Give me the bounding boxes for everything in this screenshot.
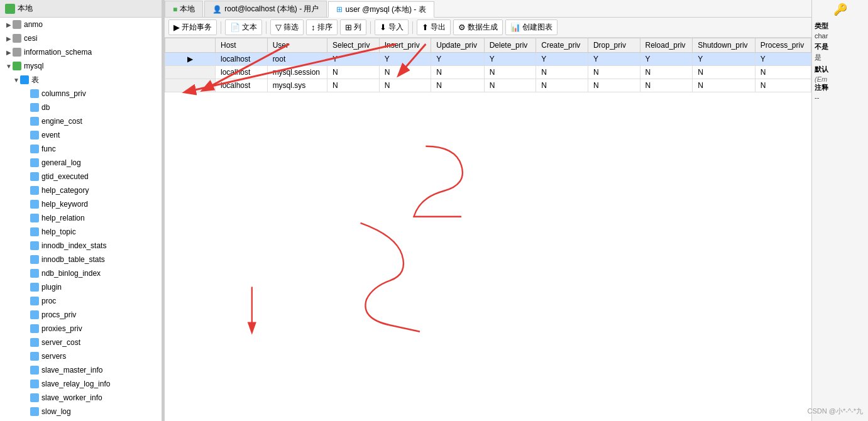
cell-Shutdown_priv-2[interactable]: N (693, 79, 755, 92)
cell-Drop_priv-2[interactable]: N (588, 79, 640, 92)
tree-arrow-general_log[interactable] (23, 159, 30, 167)
sidebar-item-slow_log[interactable]: slow_log (0, 405, 162, 418)
sidebar-item-proxies_priv[interactable]: proxies_priv (0, 322, 162, 336)
table-row[interactable]: ▶localhostrootYYYYYYYYY (165, 53, 811, 66)
toolbar-btn-generate_data[interactable]: ⚙数据生成 (453, 19, 503, 35)
col-Reload_priv[interactable]: Reload_priv (640, 38, 693, 53)
cell-Delete_priv-1[interactable]: N (484, 66, 536, 79)
tree-arrow-innodb_index_stats[interactable] (23, 242, 30, 249)
sidebar-item-innodb_index_stats[interactable]: innodb_index_stats (0, 239, 162, 253)
cell-Reload_priv-1[interactable]: N (640, 66, 693, 79)
toolbar-btn-export[interactable]: ⬆导出 (417, 19, 451, 35)
col-Drop_priv[interactable]: Drop_priv (588, 38, 640, 53)
sidebar-item-columns_priv[interactable]: columns_priv (0, 87, 162, 101)
sidebar-item-plugin[interactable]: plugin (0, 280, 162, 294)
toolbar-btn-filter[interactable]: ▽筛选 (270, 19, 304, 35)
cell-Process_priv-0[interactable]: Y (755, 53, 811, 66)
cell-Select_priv-2[interactable]: N (327, 79, 380, 92)
sidebar-item-slave_master_info[interactable]: slave_master_info (0, 363, 162, 377)
tree-arrow-help_keyword[interactable] (23, 200, 30, 208)
cell-Select_priv-1[interactable]: N (327, 66, 380, 79)
tree-arrow-event[interactable] (23, 131, 30, 139)
sidebar-item-ndb_binlog_index[interactable]: ndb_binlog_index (0, 266, 162, 280)
tree-arrow-ndb_binlog_index[interactable] (23, 270, 30, 277)
cell-User-1[interactable]: mysql.session (267, 66, 327, 79)
cell-User-2[interactable]: mysql.sys (267, 79, 327, 92)
sidebar-item-procs_priv[interactable]: procs_priv (0, 308, 162, 322)
sidebar-item-mysql[interactable]: ▼mysql (0, 59, 162, 73)
tree-arrow-innodb_table_stats[interactable] (23, 256, 30, 263)
tree-arrow-columns_priv[interactable] (23, 90, 30, 97)
toolbar-btn-columns[interactable]: ⊞列 (340, 19, 366, 35)
sidebar-item-innodb_table_stats[interactable]: innodb_table_stats (0, 253, 162, 266)
cell-Shutdown_priv-1[interactable]: N (693, 66, 755, 79)
sidebar-item-proc[interactable]: proc (0, 294, 162, 308)
cell-Reload_priv-0[interactable]: Y (640, 53, 693, 66)
tree-arrow-func[interactable] (23, 145, 30, 153)
tree-arrow-procs_priv[interactable] (23, 311, 30, 319)
tree-arrow-cesi[interactable]: ▶ (5, 35, 13, 42)
cell-Drop_priv-1[interactable]: N (588, 66, 640, 79)
sidebar-item-engine_cost[interactable]: engine_cost (0, 114, 162, 128)
tree-arrow-slave_relay_log_info[interactable] (23, 380, 30, 388)
cell-Delete_priv-2[interactable]: N (484, 79, 536, 92)
sidebar-item-help_category[interactable]: help_category (0, 183, 162, 197)
tab-table[interactable]: ⊞user @mysql (本地) - 表 (328, 1, 434, 18)
sidebar-item-general_log[interactable]: general_log (0, 156, 162, 170)
toolbar-btn-import[interactable]: ⬇导入 (375, 19, 409, 35)
sidebar-item-mysql_tables[interactable]: ▼表 (0, 73, 162, 87)
tree-arrow-gtid_executed[interactable] (23, 173, 30, 180)
cell-Insert_priv-0[interactable]: Y (379, 53, 431, 66)
tree-arrow-proc[interactable] (23, 297, 30, 305)
sidebar-item-func[interactable]: func (0, 142, 162, 156)
cell-Reload_priv-2[interactable]: N (640, 79, 693, 92)
cell-Update_priv-1[interactable]: N (431, 66, 484, 79)
tree-arrow-mysql_tables[interactable]: ▼ (13, 76, 20, 84)
sidebar-item-help_relation[interactable]: help_relation (0, 211, 162, 225)
col-User[interactable]: User (267, 38, 327, 53)
tab-local[interactable]: ■本地 (165, 1, 203, 17)
tree-arrow-information_schema[interactable]: ▶ (5, 48, 13, 56)
tree-arrow-proxies_priv[interactable] (23, 325, 30, 332)
cell-Create_priv-0[interactable]: Y (536, 53, 588, 66)
sidebar-item-slave_worker_info[interactable]: slave_worker_info (0, 391, 162, 405)
cell-Update_priv-0[interactable]: Y (431, 53, 484, 66)
sidebar-item-db[interactable]: db (0, 101, 162, 114)
tree-arrow-plugin[interactable] (23, 283, 30, 291)
sidebar-item-information_schema[interactable]: ▶information_schema (0, 45, 162, 59)
cell-Insert_priv-1[interactable]: N (379, 66, 431, 79)
toolbar-btn-text[interactable]: 📄文本 (225, 19, 262, 35)
tree-arrow-help_relation[interactable] (23, 214, 30, 222)
tab-user[interactable]: 👤root@localhost (本地) - 用户 (204, 1, 327, 17)
cell-Process_priv-1[interactable]: N (755, 66, 811, 79)
cell-Delete_priv-0[interactable]: Y (484, 53, 536, 66)
cell-Insert_priv-2[interactable]: N (379, 79, 431, 92)
cell-Create_priv-1[interactable]: N (536, 66, 588, 79)
cell-Host-2[interactable]: localhost (216, 79, 268, 92)
tree-arrow-servers[interactable] (23, 353, 30, 360)
col-Shutdown_priv[interactable]: Shutdown_priv (693, 38, 755, 53)
data-area[interactable]: HostUserSelect_privInsert_privUpdate_pri… (165, 38, 811, 421)
col-Create_priv[interactable]: Create_priv (536, 38, 588, 53)
toolbar-btn-create_chart[interactable]: 📊创建图表 (505, 19, 558, 35)
col-Select_priv[interactable]: Select_priv (327, 38, 380, 53)
cell-Process_priv-2[interactable]: N (755, 79, 811, 92)
tree-arrow-anmo[interactable]: ▶ (5, 21, 13, 28)
cell-Host-0[interactable]: localhost (216, 53, 268, 66)
sidebar-item-event[interactable]: event (0, 128, 162, 142)
sidebar-item-server_cost[interactable]: server_cost (0, 336, 162, 349)
cell-Drop_priv-0[interactable]: Y (588, 53, 640, 66)
sidebar-item-tables_priv[interactable]: tables_priv (0, 418, 162, 421)
col-Insert_priv[interactable]: Insert_priv (379, 38, 431, 53)
cell-Host-1[interactable]: localhost (216, 66, 268, 79)
cell-Shutdown_priv-0[interactable]: Y (693, 53, 755, 66)
tree-arrow-slave_worker_info[interactable] (23, 394, 30, 402)
tree-arrow-slow_log[interactable] (23, 408, 30, 415)
sidebar-item-help_topic[interactable]: help_topic (0, 225, 162, 239)
col-Host[interactable]: Host (216, 38, 268, 53)
sidebar-tree[interactable]: ▶anmo▶cesi▶information_schema▼mysql▼表col… (0, 18, 162, 421)
sidebar-item-gtid_executed[interactable]: gtid_executed (0, 170, 162, 183)
toolbar-btn-sort[interactable]: ↕排序 (306, 19, 338, 35)
cell-Create_priv-2[interactable]: N (536, 79, 588, 92)
tree-arrow-help_topic[interactable] (23, 228, 30, 236)
